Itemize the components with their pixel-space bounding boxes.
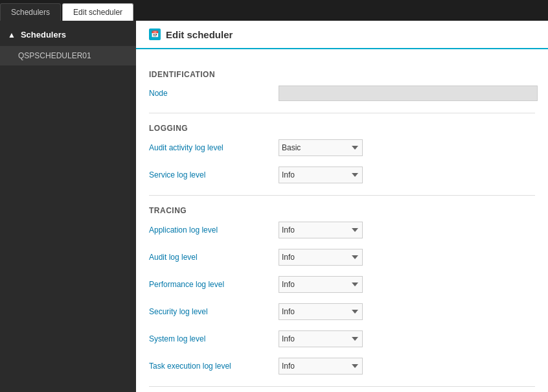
select-audit-log[interactable]: Info Basic Debug None bbox=[279, 249, 363, 266]
content-header: 📅 Edit scheduler bbox=[136, 21, 548, 49]
label-performance-log: Performance log level bbox=[149, 280, 279, 289]
chevron-up-icon: ▲ bbox=[8, 30, 16, 40]
control-system-log: Info Basic Debug None bbox=[279, 330, 535, 347]
control-task-execution-log: Info Basic Debug None bbox=[279, 358, 535, 375]
row-audit-log: Audit log level Info Basic Debug None bbox=[149, 249, 535, 271]
row-application-log: Application log level Info Basic Debug N… bbox=[149, 222, 535, 244]
scheduler-icon: 📅 bbox=[149, 29, 161, 40]
main-layout: ▲ Schedulers QSPSCHEDULER01 📅 Edit sched… bbox=[0, 21, 548, 392]
label-node: Node bbox=[149, 89, 279, 98]
divider-identification bbox=[149, 113, 535, 113]
node-input[interactable] bbox=[279, 86, 538, 101]
sidebar-header[interactable]: ▲ Schedulers bbox=[0, 23, 136, 46]
control-security-log: Info Basic Debug None bbox=[279, 303, 535, 320]
label-task-execution-log: Task execution log level bbox=[149, 362, 279, 371]
section-logging: LOGGING bbox=[149, 124, 535, 133]
sidebar: ▲ Schedulers QSPSCHEDULER01 bbox=[0, 21, 136, 392]
select-application-log[interactable]: Info Basic Debug None bbox=[279, 222, 363, 238]
row-audit-activity-log: Audit activity log level Basic Info Debu… bbox=[149, 139, 535, 161]
control-audit-log: Info Basic Debug None bbox=[279, 249, 535, 266]
control-application-log: Info Basic Debug None bbox=[279, 222, 535, 238]
tab-bar: Schedulers Edit scheduler bbox=[0, 0, 548, 21]
select-service-log[interactable]: Info Basic Debug None bbox=[279, 167, 363, 183]
row-security-log: Security log level Info Basic Debug None bbox=[149, 303, 535, 325]
row-performance-log: Performance log level Info Basic Debug N… bbox=[149, 276, 535, 298]
select-task-execution-log[interactable]: Info Basic Debug None bbox=[279, 358, 363, 375]
form-content: IDENTIFICATION Node LOGGING Audit activi… bbox=[136, 49, 548, 392]
select-system-log[interactable]: Info Basic Debug None bbox=[279, 330, 363, 347]
row-service-log: Service log level Info Basic Debug None bbox=[149, 167, 535, 189]
sidebar-item-qspscheduler01[interactable]: QSPSCHEDULER01 bbox=[0, 46, 136, 65]
label-application-log: Application log level bbox=[149, 225, 279, 235]
content-area: 📅 Edit scheduler IDENTIFICATION Node LOG… bbox=[136, 21, 548, 392]
divider-logging bbox=[149, 195, 535, 196]
label-security-log: Security log level bbox=[149, 307, 279, 316]
section-tracing: TRACING bbox=[149, 206, 535, 215]
label-audit-activity-log: Audit activity log level bbox=[149, 143, 279, 152]
select-security-log[interactable]: Info Basic Debug None bbox=[279, 303, 363, 320]
divider-tracing bbox=[149, 386, 535, 387]
section-identification: IDENTIFICATION bbox=[149, 70, 535, 79]
sidebar-title: Schedulers bbox=[21, 30, 66, 40]
tab-edit-scheduler[interactable]: Edit scheduler bbox=[62, 3, 133, 21]
tab-schedulers[interactable]: Schedulers bbox=[0, 3, 61, 21]
control-node bbox=[279, 86, 538, 101]
row-task-execution-log: Task execution log level Info Basic Debu… bbox=[149, 358, 535, 380]
row-system-log: System log level Info Basic Debug None bbox=[149, 330, 535, 352]
control-service-log: Info Basic Debug None bbox=[279, 167, 535, 183]
select-performance-log[interactable]: Info Basic Debug None bbox=[279, 276, 363, 293]
control-audit-activity-log: Basic Info Debug None bbox=[279, 139, 535, 156]
label-audit-log: Audit log level bbox=[149, 253, 279, 262]
label-system-log: System log level bbox=[149, 334, 279, 343]
control-performance-log: Info Basic Debug None bbox=[279, 276, 535, 293]
select-audit-activity-log[interactable]: Basic Info Debug None bbox=[279, 139, 363, 156]
label-service-log: Service log level bbox=[149, 170, 279, 179]
row-node: Node bbox=[149, 86, 535, 106]
page-title: Edit scheduler bbox=[166, 29, 233, 40]
